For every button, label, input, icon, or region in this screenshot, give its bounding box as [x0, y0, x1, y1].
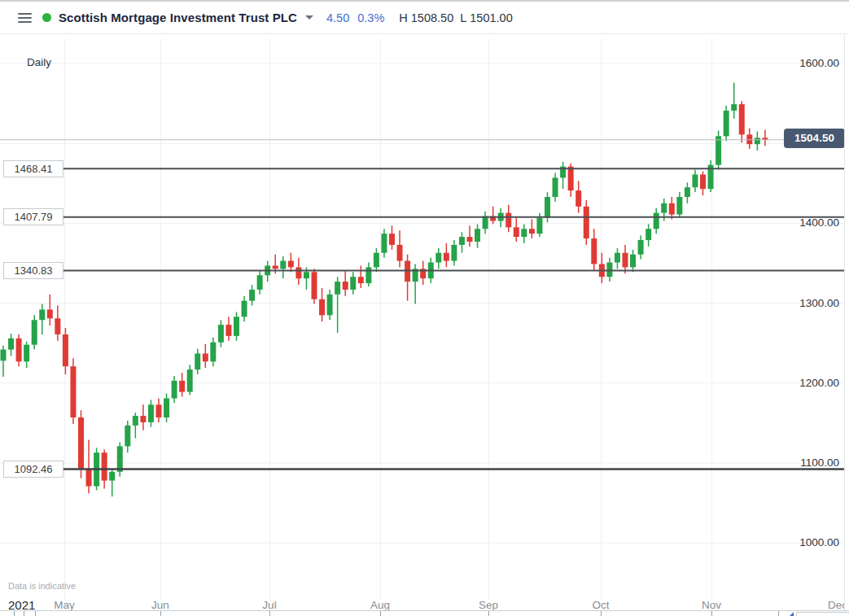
scrollbar-tick — [778, 611, 779, 616]
price-level-label: 1092.46 — [3, 461, 63, 478]
x-axis-month-label: Nov — [702, 599, 721, 611]
day-high: H1508.50 — [399, 11, 453, 24]
instrument-title: Scottish Mortgage Investment Trust PLC — [59, 11, 297, 24]
scrollbar-tick — [14, 611, 15, 616]
time-scrollbar[interactable] — [0, 610, 849, 616]
axis-border — [844, 34, 845, 610]
scrollbar-tick — [380, 611, 381, 616]
disclaimer-text: Data is indicative — [8, 581, 76, 591]
candles — [1, 83, 768, 497]
quote-summary: 4.50 0.3% H1508.50 L1501.00 — [326, 11, 513, 24]
x-axis-month-label: Jun — [151, 599, 169, 611]
y-axis-label: 1100.00 — [800, 456, 839, 470]
scrollbar-tick — [711, 611, 712, 616]
x-axis-month-label: May — [54, 599, 75, 611]
x-axis-month-label: Sep — [479, 599, 498, 611]
trading-chart-window: Scottish Mortgage Investment Trust PLC 4… — [0, 0, 849, 616]
x-axis-month-label: Jul — [262, 599, 276, 611]
chart-header: Scottish Mortgage Investment Trust PLC 4… — [0, 2, 849, 34]
scrollbar-tick — [269, 611, 270, 616]
y-axis-label: 1000.00 — [799, 535, 839, 550]
scrollbar-tick — [24, 611, 24, 616]
x-axis-month-label: Dec — [828, 599, 844, 611]
x-axis-month-label: Aug — [370, 599, 390, 611]
price-level-label: 1340.83 — [3, 262, 63, 279]
price-change: 4.50 — [326, 11, 349, 24]
chevron-down-icon — [305, 15, 313, 20]
y-axis-label: 1300.00 — [799, 296, 839, 311]
chart-canvas[interactable] — [0, 34, 849, 616]
chart-region: Daily 1468.411407.791340.831092.46 1600.… — [0, 34, 849, 616]
scrollbar-tick — [35, 611, 36, 616]
price-change-percent: 0.3% — [357, 11, 384, 24]
price-level-label: 1407.79 — [3, 208, 63, 225]
menu-icon[interactable] — [18, 13, 32, 23]
market-status-icon — [42, 13, 51, 22]
scrollbar-track — [796, 612, 849, 616]
price-level-label: 1468.41 — [3, 160, 63, 177]
timeframe-label: Daily — [27, 56, 51, 68]
scrollbar-handle-icon[interactable] — [787, 612, 794, 616]
price-level-lines — [63, 168, 844, 469]
y-axis-label: 1200.00 — [799, 376, 839, 391]
scrollbar-tick — [601, 611, 602, 616]
instrument-selector[interactable]: Scottish Mortgage Investment Trust PLC — [42, 11, 313, 24]
y-axis-label: 1400.00 — [799, 216, 839, 230]
gridlines — [0, 39, 844, 600]
day-low: L1501.00 — [460, 11, 513, 24]
scrollbar-tick — [160, 611, 161, 616]
scrollbar-tick — [488, 611, 489, 616]
current-price-badge: 1504.50 — [784, 129, 845, 148]
x-axis-month-label: Oct — [592, 599, 609, 611]
y-axis-label: 1600.00 — [799, 56, 839, 71]
